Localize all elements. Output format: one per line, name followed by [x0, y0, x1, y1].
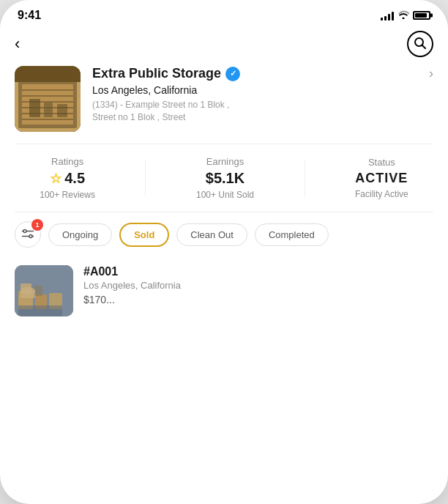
status-value: ACTIVE — [355, 171, 408, 186]
filter-chip-cleanout[interactable]: Clean Out — [176, 223, 247, 246]
filter-chip-completed[interactable]: Completed — [255, 223, 329, 246]
filter-icon — [22, 229, 34, 241]
facility-address: (1334) - Example Street no 1 Blok , Stre… — [92, 99, 433, 124]
listing-info: #A001 Los Angeles, California $170... — [83, 265, 433, 305]
listings-section: #A001 Los Angeles, California $170... — [0, 256, 448, 325]
filter-chip-sold[interactable]: Sold — [119, 223, 169, 247]
svg-rect-14 — [57, 104, 67, 117]
listing-location: Los Angeles, California — [83, 280, 433, 291]
facility-name: Extra Public Storage — [92, 66, 221, 81]
stat-earnings: Earnings $5.1K 100+ Unit Sold — [196, 156, 254, 200]
ratings-label: Ratings — [51, 156, 83, 167]
facility-location: Los Angeles, California — [92, 84, 433, 96]
status-icons — [381, 10, 430, 21]
filter-row: 1 Ongoing Sold Clean Out Completed — [0, 212, 448, 256]
listing-card[interactable]: #A001 Los Angeles, California $170... — [15, 265, 433, 325]
ratings-value: ☆ 4.5 — [50, 170, 85, 187]
svg-rect-29 — [20, 291, 35, 298]
svg-line-1 — [422, 45, 426, 48]
search-button[interactable] — [407, 31, 433, 57]
signal-icon — [381, 11, 394, 21]
earnings-sub: 100+ Unit Sold — [196, 190, 254, 200]
stat-ratings: Ratings ☆ 4.5 100+ Reviews — [40, 156, 95, 200]
battery-icon — [413, 11, 430, 20]
facility-title-group: Extra Public Storage ✓ — [92, 66, 240, 81]
nav-bar: ‹ — [0, 28, 448, 66]
status-label: Status — [368, 157, 395, 168]
stats-row: Ratings ☆ 4.5 100+ Reviews Earnings $5.1… — [0, 144, 448, 212]
wifi-icon — [397, 10, 409, 21]
svg-rect-13 — [44, 103, 53, 117]
status-sub: Facility Active — [355, 189, 408, 199]
search-icon — [414, 37, 427, 52]
svg-rect-27 — [18, 305, 62, 316]
listing-id: #A001 — [83, 265, 433, 278]
verified-badge: ✓ — [225, 67, 240, 81]
verified-icon: ✓ — [230, 69, 236, 78]
status-bar: 9:41 — [0, 0, 448, 28]
status-text: ACTIVE — [355, 171, 408, 186]
facility-info: Extra Public Storage ✓ › Los Angeles, Ca… — [92, 66, 433, 124]
ratings-sub: 100+ Reviews — [40, 190, 95, 200]
facility-title-row: Extra Public Storage ✓ › — [92, 66, 433, 81]
ratings-number: 4.5 — [64, 170, 85, 187]
filter-notification-badge: 1 — [31, 219, 43, 231]
status-time: 9:41 — [18, 9, 41, 22]
listing-price: $170... — [83, 294, 433, 305]
stat-divider-1 — [145, 160, 146, 196]
stat-divider-2 — [305, 160, 305, 196]
stat-status: Status ACTIVE Facility Active — [355, 157, 408, 199]
svg-rect-11 — [15, 66, 81, 82]
back-button[interactable]: ‹ — [15, 34, 20, 53]
chevron-right-icon[interactable]: › — [429, 66, 433, 81]
earnings-value: $5.1K — [206, 170, 244, 187]
star-icon: ☆ — [50, 171, 61, 187]
earnings-label: Earnings — [206, 156, 244, 167]
listing-image — [15, 265, 73, 316]
facility-image — [15, 66, 81, 132]
svg-rect-12 — [29, 99, 40, 117]
facility-card: Extra Public Storage ✓ › Los Angeles, Ca… — [0, 66, 448, 144]
earnings-number: $5.1K — [206, 170, 244, 187]
filter-icon-wrapper: 1 — [15, 221, 41, 248]
filter-chip-ongoing[interactable]: Ongoing — [48, 223, 112, 246]
phone-frame: 9:41 ‹ — [0, 0, 448, 504]
